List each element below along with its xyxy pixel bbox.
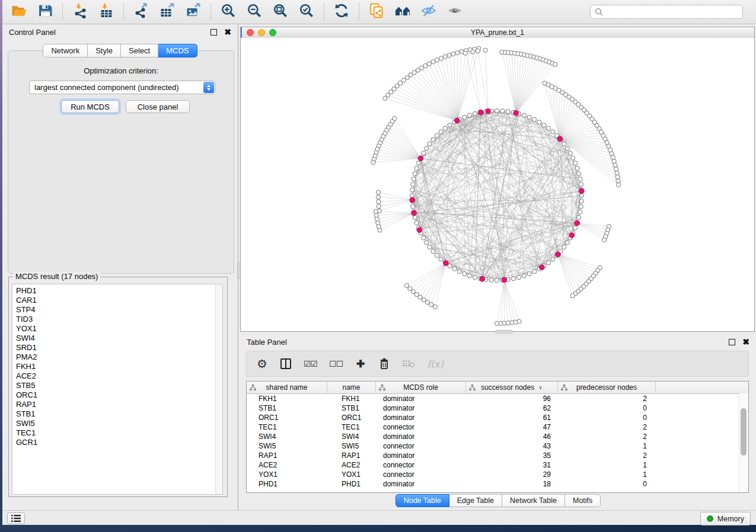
table-cell[interactable]: RAP1 <box>327 451 376 460</box>
column-header-shared-name[interactable]: shared name <box>247 382 327 393</box>
table-cell[interactable]: 61 <box>466 414 558 422</box>
import-table-button[interactable] <box>96 3 116 21</box>
show-all-button[interactable] <box>445 3 465 21</box>
table-cell[interactable]: YOX1 <box>327 470 376 479</box>
table-cell[interactable]: 47 <box>466 423 558 431</box>
zoom-selected-button[interactable] <box>296 3 317 21</box>
table-cell[interactable]: TEC1 <box>327 423 376 431</box>
mcds-result-item[interactable]: CAR1 <box>16 296 215 305</box>
tab-style[interactable]: Style <box>88 44 121 57</box>
table-row[interactable]: RAP1RAP1dominator352 <box>247 451 748 460</box>
export-network-button[interactable] <box>131 3 151 21</box>
network-canvas[interactable] <box>241 38 754 331</box>
table-cell[interactable]: SWI4 <box>247 432 327 441</box>
zoom-in-button[interactable] <box>218 3 238 21</box>
float-table-panel-icon[interactable] <box>729 339 735 345</box>
table-settings-button[interactable]: ⚙ <box>256 357 268 371</box>
table-cell[interactable]: 1 <box>558 442 656 450</box>
table-row[interactable]: YOX1YOX1connector291 <box>247 470 748 479</box>
table-cell[interactable]: 2 <box>558 395 656 403</box>
table-cell[interactable]: ORC1 <box>247 414 327 422</box>
deselect-all-columns-button[interactable]: ☐☐ <box>329 357 343 371</box>
table-cell[interactable]: dominator <box>376 404 466 412</box>
table-cell[interactable]: PHD1 <box>247 480 327 488</box>
table-cell[interactable]: 0 <box>558 414 656 422</box>
delete-column-button[interactable] <box>378 357 390 371</box>
tab-motifs[interactable]: Motifs <box>565 494 601 507</box>
close-panel-icon[interactable]: ✖ <box>224 29 231 35</box>
table-cell[interactable]: dominator <box>376 480 466 488</box>
table-row[interactable]: STB1STB1dominator620 <box>247 403 748 413</box>
table-cell[interactable]: SWI4 <box>327 432 376 441</box>
table-cell[interactable]: 2 <box>558 451 656 460</box>
table-cell[interactable]: 0 <box>558 480 656 488</box>
mcds-result-item[interactable]: SWI4 <box>16 334 215 343</box>
table-cell[interactable]: PHD1 <box>327 480 376 488</box>
table-cell[interactable]: dominator <box>376 432 466 441</box>
table-row[interactable]: TEC1TEC1connector472 <box>247 422 748 432</box>
column-header-name[interactable]: name <box>327 382 376 393</box>
table-row[interactable]: SWI4SWI4dominator462 <box>247 432 748 441</box>
save-session-button[interactable] <box>35 3 55 21</box>
mcds-result-item[interactable]: RAP1 <box>16 400 215 409</box>
table-cell[interactable]: dominator <box>376 395 466 403</box>
tab-network-table[interactable]: Network Table <box>502 494 565 507</box>
run-mcds-button[interactable]: Run MCDS <box>61 100 119 113</box>
table-cell[interactable]: dominator <box>376 451 466 460</box>
close-panel-button[interactable]: Close panel <box>126 100 190 113</box>
mcds-result-item[interactable]: FKH1 <box>16 362 215 371</box>
table-row[interactable]: ACE2ACE2connector311 <box>247 460 748 470</box>
export-image-button[interactable] <box>183 3 203 21</box>
tab-edge-table[interactable]: Edge Table <box>449 494 502 507</box>
mcds-result-item[interactable]: STB5 <box>16 381 215 390</box>
tab-node-table[interactable]: Node Table <box>395 494 449 507</box>
zoom-fit-button[interactable] <box>270 3 291 21</box>
column-header-successor-nodes[interactable]: successor nodes∨ <box>466 382 558 393</box>
search-input[interactable] <box>606 7 738 17</box>
table-cell[interactable]: dominator <box>376 414 466 422</box>
criterion-select[interactable]: largest connected component (undirected) <box>29 81 215 94</box>
table-cell[interactable]: TEC1 <box>247 423 327 431</box>
table-cell[interactable]: connector <box>376 470 466 479</box>
mcds-result-item[interactable]: SWI5 <box>16 419 215 428</box>
first-neighbors-button[interactable] <box>393 3 413 21</box>
table-cell[interactable]: 1 <box>558 461 656 469</box>
table-cell[interactable]: ORC1 <box>327 414 376 422</box>
table-scrollbar-thumb[interactable] <box>741 408 747 456</box>
column-header-MCDS-role[interactable]: MCDS role <box>376 382 466 393</box>
zoom-out-button[interactable] <box>244 3 264 21</box>
table-cell[interactable]: 35 <box>466 451 558 460</box>
table-cell[interactable]: 0 <box>558 404 656 412</box>
table-cell[interactable]: ACE2 <box>247 461 327 469</box>
tab-select[interactable]: Select <box>121 44 158 57</box>
table-cell[interactable]: YOX1 <box>247 470 327 479</box>
table-cell[interactable]: STB1 <box>247 404 327 412</box>
memory-button[interactable]: Memory <box>700 512 751 525</box>
close-table-panel-icon[interactable]: ✖ <box>742 339 749 345</box>
apply-layout-button[interactable] <box>331 3 352 21</box>
table-row[interactable]: SWI5SWI5connector431 <box>247 441 748 451</box>
hide-selected-button[interactable] <box>419 3 439 21</box>
task-history-button[interactable] <box>7 512 25 524</box>
table-cell[interactable]: FKH1 <box>247 395 327 403</box>
table-cell[interactable]: connector <box>376 442 466 450</box>
table-row[interactable]: FKH1FKH1dominator962 <box>247 394 748 403</box>
open-file-button[interactable] <box>9 3 29 21</box>
mcds-result-item[interactable]: SRD1 <box>16 343 215 352</box>
table-cell[interactable]: 62 <box>466 404 558 412</box>
mcds-result-item[interactable]: PMA2 <box>16 352 215 362</box>
import-network-button[interactable] <box>70 3 90 21</box>
table-cell[interactable]: RAP1 <box>247 451 327 460</box>
table-cell[interactable]: 29 <box>466 470 558 479</box>
table-cell[interactable]: 18 <box>466 480 558 488</box>
list-scrollbar[interactable] <box>215 284 222 494</box>
export-table-button[interactable] <box>157 3 177 21</box>
mcds-result-item[interactable]: TID3 <box>16 315 215 324</box>
table-row[interactable]: ORC1ORC1dominator610 <box>247 413 748 422</box>
float-panel-icon[interactable] <box>210 29 217 36</box>
table-cell[interactable]: 2 <box>558 423 656 431</box>
table-cell[interactable]: 46 <box>466 432 558 441</box>
table-cell[interactable]: connector <box>376 461 466 469</box>
mcds-result-item[interactable]: TEC1 <box>16 428 215 438</box>
show-columns-button[interactable] <box>280 357 292 371</box>
